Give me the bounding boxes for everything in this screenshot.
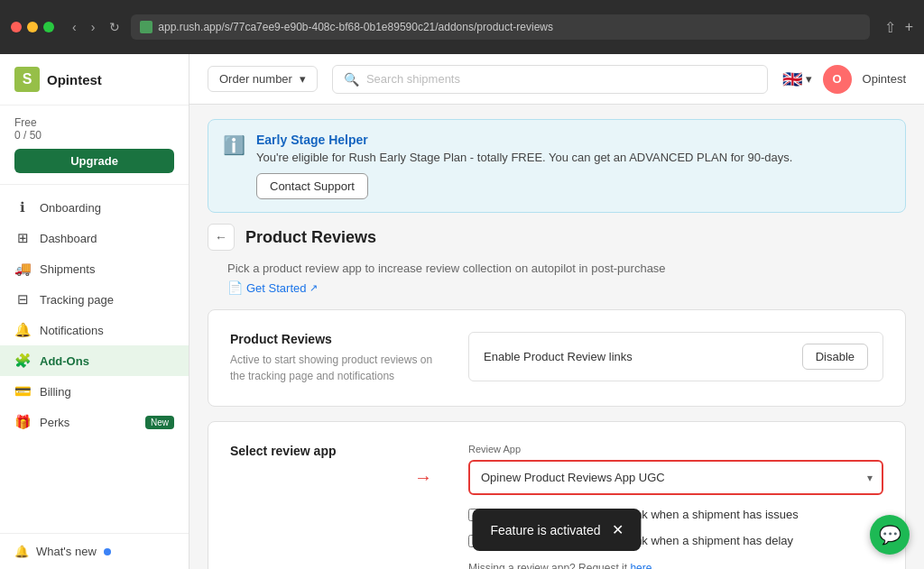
sidebar-item-perks[interactable]: 🎁 Perks New [0,407,189,437]
search-icon: 🔍 [344,72,359,87]
select-app-left: Select review app [230,444,447,463]
sidebar-item-notifications[interactable]: 🔔 Notifications [0,315,189,345]
sidebar-item-billing[interactable]: 💳 Billing [0,376,189,407]
sidebar-item-onboarding[interactable]: ℹ Onboarding [0,192,189,223]
sidebar-item-label: Tracking page [40,293,114,307]
sidebar-item-tracking-page[interactable]: ⊟ Tracking page [0,284,189,315]
addons-icon: 🧩 [14,353,31,369]
card-right: Enable Product Review links Disable [468,332,883,381]
chevron-down-icon: ▾ [300,72,306,86]
contact-support-button[interactable]: Contact Support [256,173,368,199]
product-reviews-card: Product Reviews Active to start showing … [208,309,906,407]
sidebar-item-label: Billing [40,385,71,399]
back-button[interactable]: ← [208,224,235,251]
fullscreen-traffic-light[interactable] [43,22,54,32]
banner-content: Early Stage Helper You're eligible for R… [256,133,891,199]
whats-new-label: What's new [36,545,97,558]
main-content: Order number ▾ 🔍 Search shipments 🇬🇧 ▾ O… [189,54,924,569]
section-header: ← Product Reviews [208,224,906,251]
bell-icon: 🔔 [14,545,29,558]
shopify-icon: S [14,67,40,92]
enable-text: Enable Product Review links [484,350,633,363]
user-initial: O [833,72,842,86]
search-bar[interactable]: 🔍 Search shipments [332,65,768,94]
external-link-icon: ↗ [310,282,318,294]
search-placeholder: Search shipments [366,72,460,86]
onboarding-icon: ℹ [14,199,31,216]
traffic-lights [11,22,54,32]
review-app-select-wrapper: → Opinew Product Reviews App UGC Yotpo S… [468,460,883,495]
arrow-indicator: → [414,467,432,488]
share-icon[interactable]: ⇧ [884,19,896,36]
get-started-label: Get Started [246,281,306,295]
app-container: S Opintest Free 0 / 50 Upgrade ℹ Onboard… [0,54,924,569]
plan-label: Free [14,116,174,129]
lang-selector[interactable]: 🇬🇧 ▾ [782,69,812,89]
review-app-select[interactable]: Opinew Product Reviews App UGC Yotpo Sta… [468,460,883,495]
topbar-right: 🇬🇧 ▾ O Opintest [782,65,906,94]
order-dropdown[interactable]: Order number ▾ [208,66,318,92]
browser-nav: ‹ › ↻ [69,18,124,36]
card-description: Active to start showing product reviews … [230,352,447,384]
browser-chrome: ‹ › ↻ app.rush.app/s/77ca7ee9-e90b-408c-… [0,0,924,54]
doc-icon: 📄 [227,280,243,295]
disable-button[interactable]: Disable [802,344,868,370]
sidebar-item-label: Notifications [40,324,104,337]
sidebar-item-dashboard[interactable]: ⊞ Dashboard [0,223,189,253]
get-started-link[interactable]: 📄 Get Started ↗ [227,280,924,295]
sidebar-footer[interactable]: 🔔 What's new [0,533,189,569]
banner-title: Early Stage Helper [256,133,891,147]
card-row: Product Reviews Active to start showing … [230,332,883,384]
shipments-icon: 🚚 [14,261,31,277]
back-nav-button[interactable]: ‹ [69,18,80,36]
sidebar-item-label: Add-Ons [40,354,89,368]
toast-close-button[interactable]: ✕ [612,521,624,538]
refresh-nav-button[interactable]: ↻ [106,18,124,36]
early-stage-banner: ℹ️ Early Stage Helper You're eligible fo… [208,119,906,213]
sidebar-item-shipments[interactable]: 🚚 Shipments [0,253,189,284]
user-avatar: O [823,65,852,94]
topbar: Order number ▾ 🔍 Search shipments 🇬🇧 ▾ O… [189,54,924,105]
whats-new-dot [104,548,111,555]
review-app-label: Review App [468,444,883,454]
perks-icon: 🎁 [14,414,31,430]
svg-rect-0 [142,23,151,32]
forward-nav-button[interactable]: › [88,18,99,36]
banner-text: You're eligible for Rush Early Stage Pla… [256,151,891,164]
card-label: Product Reviews [230,332,447,346]
tracking-icon: ⊟ [14,291,31,307]
sidebar-item-label: Shipments [40,262,95,276]
sidebar-item-label: Onboarding [40,201,101,215]
browser-actions: ⇧ + [884,19,913,36]
info-icon: ℹ️ [223,134,245,156]
flag-icon: 🇬🇧 [782,69,802,89]
card-left: Product Reviews Active to start showing … [230,332,447,384]
upgrade-button[interactable]: Upgrade [14,149,174,173]
missing-app-prefix: Missing a review app? Request it [468,562,630,569]
select-app-label: Select review app [230,444,447,458]
nav-items: ℹ Onboarding ⊞ Dashboard 🚚 Shipments ⊟ T… [0,185,189,533]
missing-app-link[interactable]: here [630,562,651,569]
chat-bubble[interactable]: 💬 [870,515,910,555]
enable-row: Enable Product Review links Disable [468,332,883,381]
favicon [140,21,152,33]
order-dropdown-label: Order number [219,72,292,86]
minimize-traffic-light[interactable] [27,22,38,32]
toast-text: Feature is activated [490,523,600,537]
billing-icon: 💳 [14,383,31,399]
page-title: Product Reviews [245,228,376,247]
add-tab-icon[interactable]: + [905,19,913,36]
sidebar-brand: Opintest [47,72,102,87]
page-subtitle: Pick a product review app to increase re… [227,262,924,275]
page-body: ℹ️ Early Stage Helper You're eligible fo… [189,105,924,569]
chat-icon: 💬 [879,524,901,546]
close-traffic-light[interactable] [11,22,22,32]
back-arrow-icon: ← [215,230,227,244]
notifications-icon: 🔔 [14,322,31,338]
plan-count: 0 / 50 [14,129,174,142]
sidebar-item-add-ons[interactable]: 🧩 Add-Ons [0,345,189,376]
plan-section: Free 0 / 50 Upgrade [0,106,189,185]
address-bar[interactable]: app.rush.app/s/77ca7ee9-e90b-408c-bf68-0… [131,14,869,40]
sidebar-header: S Opintest [0,54,189,106]
user-name: Opintest [863,72,906,86]
